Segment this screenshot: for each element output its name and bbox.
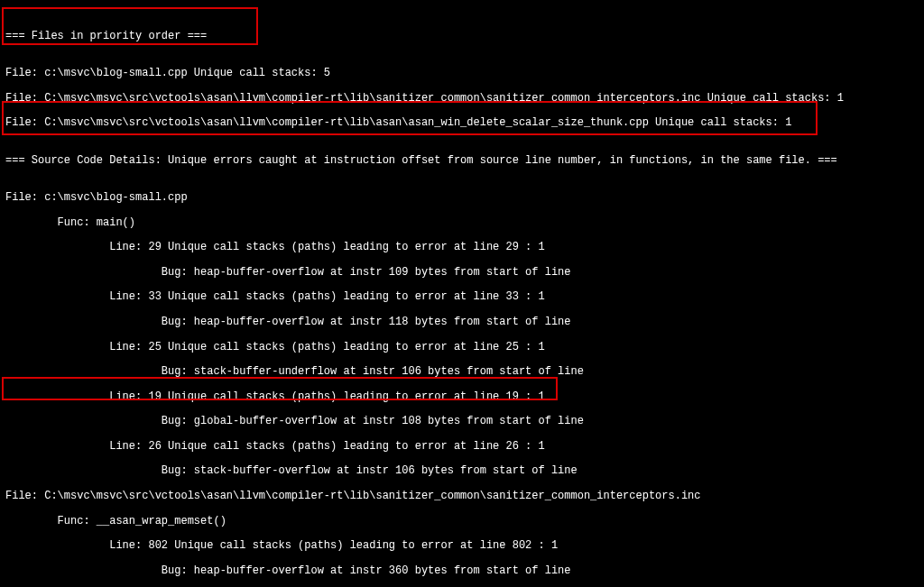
detail-line: Bug: heap-buffer-overflow at instr 118 b… — [5, 316, 919, 329]
detail-line: Line: 802 Unique call stacks (paths) lea… — [5, 540, 919, 553]
detail-line: File: c:\msvc\blog-small.cpp — [5, 192, 919, 205]
detail-line: Bug: stack-buffer-overflow at instr 106 … — [5, 465, 919, 478]
detail-line: File: C:\msvc\msvc\src\vctools\asan\llvm… — [5, 491, 919, 503]
detail-line: Line: 19 Unique call stacks (paths) lead… — [5, 391, 919, 404]
file-priority-line: File: c:\msvc\blog-small.cpp Unique call… — [5, 68, 919, 80]
file-priority-line: File: C:\msvc\msvc\src\vctools\asan\llvm… — [5, 117, 919, 130]
detail-line: Bug: stack-buffer-underflow at instr 106… — [5, 366, 919, 379]
detail-line: Bug: heap-buffer-overflow at instr 109 b… — [5, 267, 919, 280]
detail-line: Line: 29 Unique call stacks (paths) lead… — [5, 242, 919, 254]
detail-line: Line: 33 Unique call stacks (paths) lead… — [5, 291, 919, 304]
detail-line: Bug: heap-buffer-overflow at instr 360 b… — [5, 565, 919, 578]
detail-line: Line: 26 Unique call stacks (paths) lead… — [5, 441, 919, 454]
detail-line: Line: 25 Unique call stacks (paths) lead… — [5, 342, 919, 354]
detail-line: Func: main() — [5, 217, 919, 230]
section-header-files-priority: === Files in priority order === — [5, 31, 919, 43]
terminal-output: === Files in priority order === File: c:… — [0, 0, 924, 587]
section-header-source-details: === Source Code Details: Unique errors c… — [5, 155, 919, 168]
file-priority-line: File: C:\msvc\msvc\src\vctools\asan\llvm… — [5, 93, 919, 105]
detail-line: Bug: global-buffer-overflow at instr 108… — [5, 416, 919, 428]
detail-line: Func: __asan_wrap_memset() — [5, 516, 919, 528]
